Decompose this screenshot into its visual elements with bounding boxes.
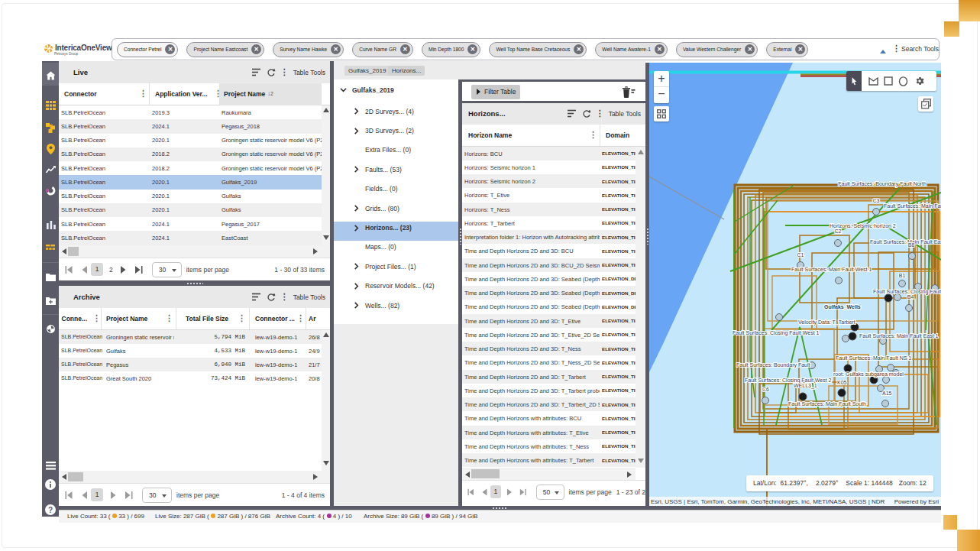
svg-text:B1: B1 xyxy=(899,273,906,278)
svg-text:Fault Surfaces: Boundary Fault: Fault Surfaces: Boundary Fault xyxy=(736,362,810,368)
svg-text:root: Gulfaks subgarea model: root: Gulfaks subgarea model xyxy=(833,371,904,378)
svg-text:Fault Surfaces: Closing Fault: Fault Surfaces: Closing Fault West 2 xyxy=(745,378,832,384)
svg-text:Fault Surfaces: Main Fault NS: Fault Surfaces: Main Fault NS 1 xyxy=(836,355,911,361)
svg-text:Fault Surfaces: Main Fault Sou: Fault Surfaces: Main Fault South xyxy=(788,401,866,407)
svg-text:C1: C1 xyxy=(797,252,804,258)
svg-text:Fault Surfaces: Closing Fault: Fault Surfaces: Closing Fault West 1 xyxy=(733,330,820,336)
svg-text:C6: C6 xyxy=(762,387,769,392)
svg-text:B4: B4 xyxy=(907,294,914,300)
svg-text:Fault Surfaces: Boundary Fault: Fault Surfaces: Boundary Fault North xyxy=(838,181,927,187)
svg-text:C2: C2 xyxy=(835,229,842,234)
svg-text:Fault Surfaces: Main Fault Eas: Fault Surfaces: Main Fault East 1 xyxy=(859,333,939,339)
svg-text:?: ? xyxy=(48,506,53,514)
svg-text:Horizons: Seismic horizon 2: Horizons: Seismic horizon 2 xyxy=(830,223,896,229)
svg-text:Velocity Data: T_Tarbert: Velocity Data: T_Tarbert xyxy=(798,319,855,326)
svg-text:A15: A15 xyxy=(882,391,892,396)
svg-text:Fault Surfaces: Main Fault: Fault Surfaces: Main Fault xyxy=(884,203,941,209)
svg-text:C3: C3 xyxy=(873,198,880,203)
svg-text:Fault Surfaces: Main Fault Wes: Fault Surfaces: Main Fault West 1 xyxy=(791,267,872,272)
svg-text:Gulfaks_Wells: Gulfaks_Wells xyxy=(824,304,861,310)
svg-text:WELL3_1: WELL3_1 xyxy=(794,383,817,389)
svg-text:Fault Surfaces: Main Fault Eas: Fault Surfaces: Main Fault East xyxy=(870,239,941,245)
svg-text:K05: K05 xyxy=(837,380,847,385)
svg-text:B8: B8 xyxy=(908,242,915,248)
